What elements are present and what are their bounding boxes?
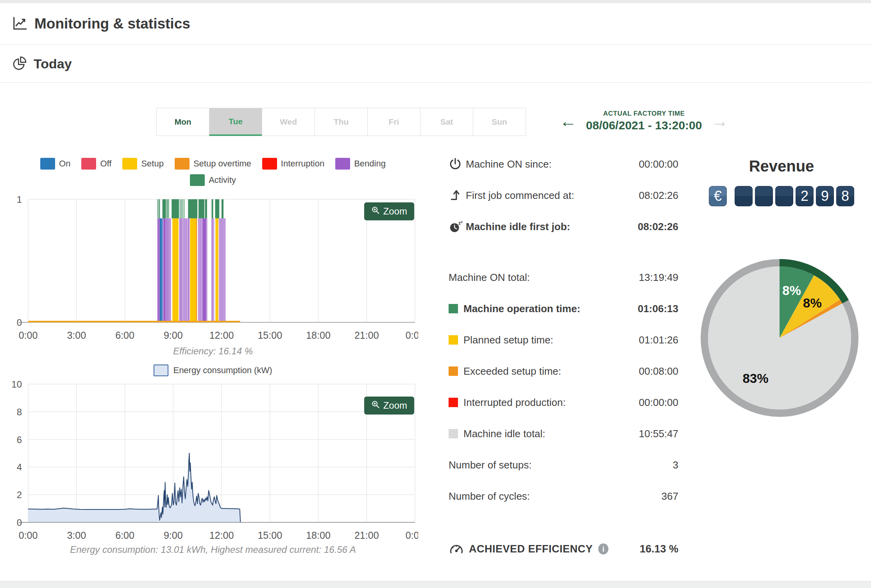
stat-label: Machine ON since: [466, 158, 552, 170]
energy-legend-label: Energy consumption (kW) [173, 365, 272, 375]
legend-item-on: On [40, 158, 70, 170]
legend-item-setup: Setup [122, 158, 164, 170]
stat-row: Machine operation time:01:06:13 [449, 293, 678, 324]
svg-text:0: 0 [17, 517, 22, 528]
stats-panel: Machine ON since:00:00:00First job comme… [449, 148, 678, 565]
info-icon[interactable]: i [597, 543, 609, 555]
legend-label: On [59, 159, 70, 169]
stat-label: Machine operation time: [463, 303, 580, 315]
stat-label: First job commenced at: [466, 189, 574, 202]
tab-mon[interactable]: Mon [156, 108, 209, 136]
stat-row: zzMachine idle first job:08:02:26 [449, 211, 678, 242]
bottom-strip [0, 581, 871, 588]
counter-digit-tile [755, 186, 773, 206]
state-legend-row1: OnOffSetupSetup overtimeInterruptionBend… [40, 158, 386, 170]
section-title: Today [34, 56, 72, 71]
stat-value: 13:19:49 [639, 272, 678, 284]
svg-text:3:00: 3:00 [67, 330, 86, 341]
svg-text:15:00: 15:00 [258, 330, 282, 341]
svg-text:18:00: 18:00 [306, 530, 331, 541]
legend-label: Interruption [281, 159, 324, 169]
revenue-counter: €298 [699, 186, 864, 206]
pie-slice-label: 83% [742, 371, 768, 386]
svg-text:12:00: 12:00 [209, 530, 234, 541]
factory-time-heading: ACTUAL FACTORY TIME [585, 110, 703, 118]
legend-swatch [335, 158, 350, 170]
tab-sat[interactable]: Sat [420, 108, 473, 136]
stat-value: 00:00:00 [639, 158, 678, 170]
stat-swatch [449, 366, 458, 376]
legend-swatch [262, 158, 277, 170]
tab-fri[interactable]: Fri [367, 108, 420, 136]
section-header: Today [0, 45, 871, 83]
tab-tue[interactable]: Tue [209, 108, 262, 136]
app-header: Monitoring & statistics [0, 3, 871, 45]
magnifier-plus-icon [371, 206, 380, 217]
efficiency-caption: Efficiency: 16.14 % [8, 346, 418, 357]
legend-swatch [40, 158, 55, 170]
stat-row: Machine idle total:10:55:47 [449, 418, 678, 449]
achieved-efficiency-label: ACHIEVED EFFICIENCY [469, 543, 593, 555]
tab-wed[interactable]: Wed [262, 108, 315, 136]
energy-chart: 02468100:003:006:009:0012:0015:0018:0021… [8, 381, 418, 565]
factory-time-value: 08/06/2021 - 13:20:00 [585, 119, 703, 132]
stat-value: 01:01:26 [639, 334, 678, 346]
counter-digit-tile [775, 186, 793, 206]
legend-label: Off [100, 159, 111, 169]
zoom-button-label: Zoom [383, 206, 407, 217]
energy-chart-svg: 02468100:003:006:009:0012:0015:0018:0021… [8, 381, 418, 565]
tab-thu[interactable]: Thu [315, 108, 368, 136]
stat-value: 01:06:13 [638, 303, 678, 315]
svg-text:4: 4 [17, 462, 22, 472]
next-day-arrow[interactable]: → [711, 113, 728, 130]
stats-main-group: Machine ON total:13:19:49Machine operati… [449, 262, 678, 512]
legend-item-setup-overtime: Setup overtime [175, 158, 251, 170]
legend-item-activity: Activity [190, 174, 236, 186]
stat-label: Machine idle first job: [466, 221, 570, 233]
stat-row: Interrupted production:00:00:00 [449, 387, 678, 418]
stats-gap [449, 242, 678, 262]
legend-label: Bending [354, 159, 386, 169]
counter-digit-tile: 8 [836, 186, 854, 206]
energy-zoom-button[interactable]: Zoom [364, 397, 414, 415]
stat-label: Number of cycles: [449, 490, 530, 502]
pie-slice-label: 8% [782, 283, 801, 298]
legend-swatch [122, 158, 137, 170]
stat-value: 00:08:00 [639, 365, 678, 377]
legend-swatch [81, 158, 96, 170]
legend-swatch [190, 174, 205, 186]
legend-label: Setup overtime [193, 159, 251, 169]
stat-swatch [449, 429, 458, 438]
stat-label: Planned setup time: [463, 334, 553, 346]
gauge-icon [449, 542, 469, 556]
stat-value: 00:00:00 [639, 397, 678, 409]
stat-label: Number of setups: [449, 459, 531, 471]
stat-row: Number of cycles:367 [449, 481, 678, 512]
zoom-button-label: Zoom [383, 400, 407, 411]
svg-text:z: z [461, 220, 463, 224]
tab-sun[interactable]: Sun [473, 108, 526, 136]
timeline-zoom-button[interactable]: Zoom [364, 202, 414, 220]
svg-text:21:00: 21:00 [354, 530, 379, 541]
svg-text:18:00: 18:00 [306, 330, 331, 341]
idle-clock-icon: zz [449, 220, 466, 233]
svg-text:12:00: 12:00 [209, 330, 234, 341]
stat-value: 3 [673, 459, 678, 471]
stat-row: Number of setups:3 [449, 449, 678, 481]
previous-day-arrow[interactable]: ← [560, 113, 577, 130]
stat-value: 367 [662, 490, 678, 502]
stat-swatch [449, 304, 458, 313]
svg-text:6:00: 6:00 [115, 530, 134, 541]
svg-text:0:00: 0:00 [406, 330, 418, 341]
revenue-pie-chart: 8%8%83% [698, 256, 862, 420]
svg-text:1: 1 [17, 194, 22, 205]
first-job-icon [449, 189, 466, 202]
power-icon [449, 157, 466, 171]
currency-tile: € [709, 186, 727, 206]
stat-row: Planned setup time:01:01:26 [449, 324, 678, 356]
counter-digit-tile: 9 [816, 186, 834, 206]
svg-text:0:00: 0:00 [19, 330, 38, 341]
stat-value: 10:55:47 [639, 428, 678, 440]
stat-row: Machine ON total:13:19:49 [449, 262, 678, 293]
stat-label: Interrupted production: [463, 397, 566, 409]
